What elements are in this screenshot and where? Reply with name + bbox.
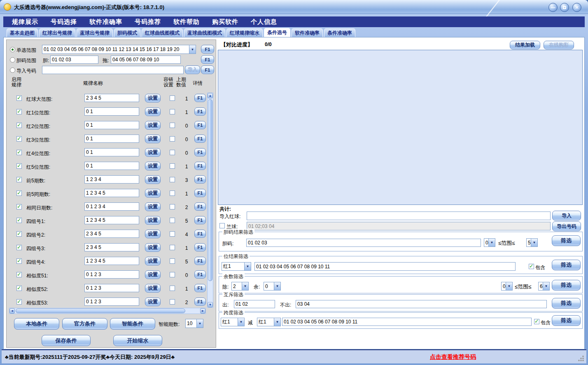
position-combo[interactable]: 红1▼ (222, 262, 251, 271)
rule-f1-button[interactable]: F1 (194, 257, 206, 265)
rule-value-input[interactable] (84, 216, 139, 224)
rule-enable-checkbox[interactable] (16, 95, 22, 101)
rule-tolerance-checkbox[interactable] (170, 163, 175, 169)
menu-item-6[interactable]: 个人信息 (245, 18, 283, 26)
menu-item-1[interactable]: 号码选择 (44, 18, 83, 26)
tuo-input[interactable] (111, 56, 181, 64)
smart-periods-combo[interactable]: 10 ▼ (185, 319, 203, 328)
rule-set-button[interactable]: 设置 (145, 121, 161, 130)
chevron-down-icon[interactable]: ▼ (244, 263, 251, 270)
scroll-left-icon[interactable]: ◄ (9, 308, 15, 314)
load-results-button[interactable]: 结果加载 (510, 41, 540, 49)
rule-enable-checkbox[interactable] (16, 258, 22, 264)
rule-tolerance-checkbox[interactable] (170, 150, 175, 155)
rule-set-button[interactable]: 设置 (145, 135, 161, 143)
span-combo-2[interactable]: 红1▼ (257, 318, 281, 326)
rule-tolerance-checkbox[interactable] (170, 286, 175, 291)
rule-set-button[interactable]: 设置 (145, 175, 161, 184)
rule-enable-checkbox[interactable] (16, 163, 22, 169)
single-range-f1-button[interactable]: F1 (201, 45, 214, 53)
rule-f1-button[interactable]: F1 (194, 189, 206, 197)
chevron-down-icon[interactable]: ▼ (274, 282, 280, 290)
tab-5[interactable]: 蓝球曲线图模式 (184, 28, 225, 37)
rule-enable-checkbox[interactable] (16, 286, 22, 291)
rule-enable-checkbox[interactable] (16, 231, 22, 237)
mutex-filter-button[interactable]: 筛选 (552, 298, 581, 309)
close-button[interactable]: ✕ (572, 3, 581, 12)
scroll-right-icon[interactable]: ► (200, 308, 205, 314)
rule-f1-button[interactable]: F1 (194, 121, 206, 129)
official-condition-button[interactable]: 官方条件 (62, 318, 107, 330)
not-out-input[interactable] (296, 300, 547, 308)
rule-value-input[interactable] (84, 298, 139, 306)
radio-import-numbers[interactable] (10, 67, 15, 73)
tab-6[interactable]: 红球规律缩水 (226, 28, 263, 37)
chevron-down-icon[interactable]: ▼ (274, 318, 280, 326)
import-numbers-f1-button[interactable]: F1 (201, 65, 214, 74)
online-buy-button[interactable]: 在线购彩 (544, 41, 574, 49)
rule-tolerance-checkbox[interactable] (170, 204, 175, 209)
rule-f1-button[interactable]: F1 (194, 135, 206, 143)
rule-tolerance-checkbox[interactable] (170, 231, 175, 237)
dan-max-combo[interactable]: 5▼ (526, 238, 538, 247)
span-include-checkbox[interactable] (534, 319, 539, 324)
span-filter-button[interactable]: 筛选 (552, 315, 581, 326)
minimize-button[interactable]: — (548, 3, 558, 12)
import-red-button[interactable]: 导入 (552, 211, 581, 221)
rule-enable-checkbox[interactable] (16, 299, 22, 305)
chevron-down-icon[interactable]: ▼ (531, 239, 537, 246)
rule-enable-checkbox[interactable] (16, 150, 22, 155)
rule-f1-button[interactable]: F1 (194, 243, 206, 251)
divide-combo[interactable]: 2▼ (231, 282, 249, 291)
dan-range-f1-button[interactable]: F1 (201, 55, 214, 64)
rule-set-button[interactable]: 设置 (145, 189, 161, 198)
rule-value-input[interactable] (84, 121, 139, 129)
dan-filter-button[interactable]: 筛选 (552, 235, 581, 246)
rule-f1-button[interactable]: F1 (194, 230, 206, 238)
start-shrink-button[interactable]: 开始缩水 (113, 335, 162, 346)
chevron-down-icon[interactable]: ▼ (238, 318, 244, 326)
tab-3[interactable]: 胆码模式 (114, 28, 140, 37)
rule-value-input[interactable] (84, 243, 139, 251)
rule-value-input[interactable] (84, 202, 139, 211)
span-combo-1[interactable]: 红1▼ (221, 318, 245, 326)
rule-set-button[interactable]: 设置 (145, 230, 161, 238)
tab-9[interactable]: 条件准确率 (324, 28, 355, 37)
rule-tolerance-checkbox[interactable] (170, 136, 175, 142)
rule-value-input[interactable] (84, 107, 139, 116)
rule-value-input[interactable] (84, 270, 139, 279)
rule-set-button[interactable]: 设置 (145, 243, 161, 252)
save-condition-button[interactable]: 保存条件 (42, 335, 91, 346)
rule-tolerance-checkbox[interactable] (170, 191, 175, 196)
rule-f1-button[interactable]: F1 (194, 216, 206, 224)
tab-1[interactable]: 红球出号规律 (39, 28, 75, 37)
tab-7[interactable]: 条件选号 (264, 28, 290, 37)
rule-tolerance-checkbox[interactable] (170, 299, 175, 305)
tab-0[interactable]: 基本走趋图 (7, 28, 38, 37)
rule-f1-button[interactable]: F1 (194, 284, 206, 292)
rule-set-button[interactable]: 设置 (145, 216, 161, 225)
rule-enable-checkbox[interactable] (16, 136, 22, 142)
scroll-up-icon[interactable]: ▲ (208, 93, 213, 98)
rule-enable-checkbox[interactable] (16, 245, 22, 250)
rule-enable-checkbox[interactable] (16, 218, 22, 223)
rule-enable-checkbox[interactable] (16, 109, 22, 114)
rule-f1-button[interactable]: F1 (194, 107, 206, 116)
scroll-down-icon[interactable]: ▼ (208, 302, 213, 307)
smart-condition-button[interactable]: 智能条件 (110, 318, 155, 330)
rule-value-input[interactable] (84, 230, 139, 238)
import-numbers-input[interactable] (42, 66, 184, 74)
rule-enable-checkbox[interactable] (16, 123, 22, 128)
chevron-down-icon[interactable]: ▼ (242, 282, 248, 290)
rule-tolerance-checkbox[interactable] (170, 245, 175, 250)
chevron-down-icon[interactable]: ▼ (488, 239, 495, 246)
rule-set-button[interactable]: 设置 (145, 270, 161, 279)
menu-item-4[interactable]: 软件帮助 (167, 18, 206, 26)
chevron-down-icon[interactable]: ▼ (189, 45, 196, 53)
menu-item-2[interactable]: 软件准确率 (83, 18, 128, 26)
horizontal-scroll-thumb[interactable] (16, 309, 185, 313)
rule-value-input[interactable] (84, 189, 139, 197)
position-include-checkbox[interactable] (529, 264, 534, 269)
rule-set-button[interactable]: 设置 (145, 162, 161, 170)
rule-f1-button[interactable]: F1 (194, 270, 206, 279)
